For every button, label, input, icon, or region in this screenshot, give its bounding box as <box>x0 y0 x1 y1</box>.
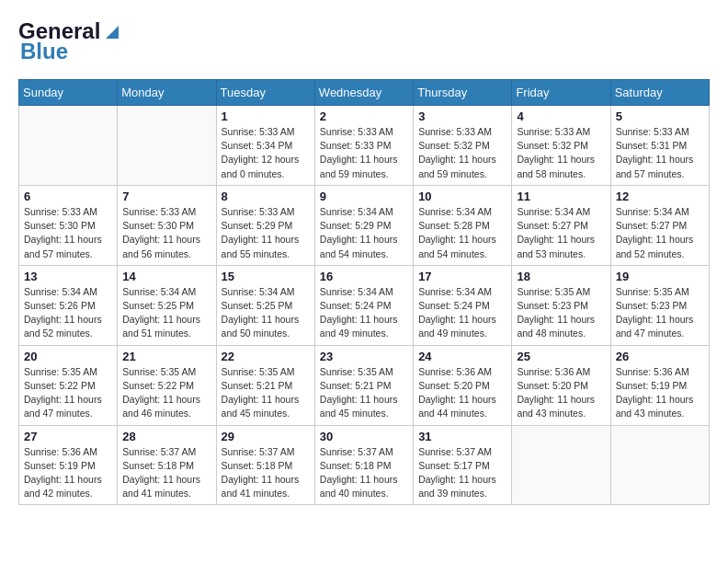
day-info: Sunrise: 5:34 AM Sunset: 5:27 PM Dayligh… <box>517 205 605 261</box>
day-info: Sunrise: 5:35 AM Sunset: 5:23 PM Dayligh… <box>616 285 704 341</box>
day-cell-30: 30Sunrise: 5:37 AM Sunset: 5:18 PM Dayli… <box>314 425 413 505</box>
day-info: Sunrise: 5:33 AM Sunset: 5:34 PM Dayligh… <box>222 125 310 181</box>
day-info: Sunrise: 5:35 AM Sunset: 5:21 PM Dayligh… <box>320 365 408 421</box>
day-cell-14: 14Sunrise: 5:34 AM Sunset: 5:25 PM Dayli… <box>118 265 216 345</box>
day-info: Sunrise: 5:35 AM Sunset: 5:21 PM Dayligh… <box>222 365 310 421</box>
day-info: Sunrise: 5:37 AM Sunset: 5:18 PM Dayligh… <box>320 445 408 501</box>
day-cell-24: 24Sunrise: 5:36 AM Sunset: 5:20 PM Dayli… <box>414 345 512 425</box>
day-info: Sunrise: 5:35 AM Sunset: 5:23 PM Dayligh… <box>517 285 605 341</box>
day-info: Sunrise: 5:34 AM Sunset: 5:27 PM Dayligh… <box>616 205 704 261</box>
empty-cell <box>19 106 118 186</box>
day-info: Sunrise: 5:34 AM Sunset: 5:29 PM Dayligh… <box>320 205 408 261</box>
day-number: 26 <box>616 350 704 363</box>
day-cell-1: 1Sunrise: 5:33 AM Sunset: 5:34 PM Daylig… <box>216 106 314 186</box>
day-cell-12: 12Sunrise: 5:34 AM Sunset: 5:27 PM Dayli… <box>610 185 709 265</box>
day-cell-9: 9Sunrise: 5:34 AM Sunset: 5:29 PM Daylig… <box>314 185 413 265</box>
day-info: Sunrise: 5:34 AM Sunset: 5:26 PM Dayligh… <box>24 285 112 341</box>
page-header: General Blue <box>18 18 710 64</box>
day-info: Sunrise: 5:34 AM Sunset: 5:28 PM Dayligh… <box>418 205 506 261</box>
day-info: Sunrise: 5:33 AM Sunset: 5:30 PM Dayligh… <box>24 205 112 261</box>
empty-cell <box>610 425 709 505</box>
day-number: 14 <box>122 270 210 283</box>
day-info: Sunrise: 5:36 AM Sunset: 5:20 PM Dayligh… <box>517 365 605 421</box>
day-number: 20 <box>24 350 112 363</box>
day-number: 5 <box>616 109 704 123</box>
day-number: 15 <box>222 270 310 283</box>
day-info: Sunrise: 5:37 AM Sunset: 5:18 PM Dayligh… <box>222 445 310 501</box>
day-cell-29: 29Sunrise: 5:37 AM Sunset: 5:18 PM Dayli… <box>216 425 314 505</box>
week-row-4: 20Sunrise: 5:35 AM Sunset: 5:22 PM Dayli… <box>19 345 710 425</box>
day-number: 25 <box>517 350 605 363</box>
day-info: Sunrise: 5:33 AM Sunset: 5:31 PM Dayligh… <box>616 125 704 181</box>
day-cell-27: 27Sunrise: 5:36 AM Sunset: 5:19 PM Dayli… <box>19 425 118 505</box>
day-cell-31: 31Sunrise: 5:37 AM Sunset: 5:17 PM Dayli… <box>414 425 512 505</box>
day-info: Sunrise: 5:35 AM Sunset: 5:22 PM Dayligh… <box>24 365 112 421</box>
day-cell-15: 15Sunrise: 5:34 AM Sunset: 5:25 PM Dayli… <box>216 265 314 345</box>
day-cell-17: 17Sunrise: 5:34 AM Sunset: 5:24 PM Dayli… <box>414 265 512 345</box>
day-info: Sunrise: 5:37 AM Sunset: 5:17 PM Dayligh… <box>418 445 506 501</box>
day-cell-7: 7Sunrise: 5:33 AM Sunset: 5:30 PM Daylig… <box>118 185 216 265</box>
day-info: Sunrise: 5:34 AM Sunset: 5:24 PM Dayligh… <box>320 285 408 341</box>
day-cell-8: 8Sunrise: 5:33 AM Sunset: 5:29 PM Daylig… <box>216 185 314 265</box>
day-cell-28: 28Sunrise: 5:37 AM Sunset: 5:18 PM Dayli… <box>118 425 216 505</box>
day-cell-21: 21Sunrise: 5:35 AM Sunset: 5:22 PM Dayli… <box>118 345 216 425</box>
weekday-header-saturday: Saturday <box>610 80 709 106</box>
day-number: 11 <box>517 190 605 203</box>
day-cell-10: 10Sunrise: 5:34 AM Sunset: 5:28 PM Dayli… <box>414 185 512 265</box>
day-cell-4: 4Sunrise: 5:33 AM Sunset: 5:32 PM Daylig… <box>512 106 610 186</box>
day-info: Sunrise: 5:36 AM Sunset: 5:20 PM Dayligh… <box>418 365 506 421</box>
day-cell-13: 13Sunrise: 5:34 AM Sunset: 5:26 PM Dayli… <box>19 265 118 345</box>
weekday-header-wednesday: Wednesday <box>314 80 413 106</box>
weekday-header-tuesday: Tuesday <box>216 80 314 106</box>
day-number: 27 <box>24 430 112 443</box>
day-info: Sunrise: 5:34 AM Sunset: 5:25 PM Dayligh… <box>222 285 310 341</box>
calendar-table: SundayMondayTuesdayWednesdayThursdayFrid… <box>18 79 710 505</box>
day-cell-11: 11Sunrise: 5:34 AM Sunset: 5:27 PM Dayli… <box>512 185 610 265</box>
day-number: 2 <box>320 109 408 123</box>
weekday-header-friday: Friday <box>512 80 610 106</box>
week-row-1: 1Sunrise: 5:33 AM Sunset: 5:34 PM Daylig… <box>19 106 710 186</box>
day-number: 16 <box>320 270 408 283</box>
day-number: 29 <box>222 430 310 443</box>
day-info: Sunrise: 5:33 AM Sunset: 5:33 PM Dayligh… <box>320 125 408 181</box>
week-row-2: 6Sunrise: 5:33 AM Sunset: 5:30 PM Daylig… <box>19 185 710 265</box>
day-cell-2: 2Sunrise: 5:33 AM Sunset: 5:33 PM Daylig… <box>314 106 413 186</box>
day-info: Sunrise: 5:36 AM Sunset: 5:19 PM Dayligh… <box>616 365 704 421</box>
day-info: Sunrise: 5:36 AM Sunset: 5:19 PM Dayligh… <box>24 445 112 501</box>
day-info: Sunrise: 5:33 AM Sunset: 5:30 PM Dayligh… <box>122 205 210 261</box>
day-cell-20: 20Sunrise: 5:35 AM Sunset: 5:22 PM Dayli… <box>19 345 118 425</box>
day-number: 19 <box>616 270 704 283</box>
day-info: Sunrise: 5:37 AM Sunset: 5:18 PM Dayligh… <box>122 445 210 501</box>
weekday-header-sunday: Sunday <box>19 80 118 106</box>
week-row-5: 27Sunrise: 5:36 AM Sunset: 5:19 PM Dayli… <box>19 425 710 505</box>
logo-blue: Blue <box>20 39 68 64</box>
day-number: 17 <box>418 270 506 283</box>
empty-cell <box>118 106 216 186</box>
day-cell-22: 22Sunrise: 5:35 AM Sunset: 5:21 PM Dayli… <box>216 345 314 425</box>
day-number: 4 <box>517 109 605 123</box>
weekday-header-thursday: Thursday <box>414 80 512 106</box>
day-info: Sunrise: 5:33 AM Sunset: 5:32 PM Dayligh… <box>418 125 506 181</box>
day-number: 18 <box>517 270 605 283</box>
day-cell-5: 5Sunrise: 5:33 AM Sunset: 5:31 PM Daylig… <box>610 106 709 186</box>
logo: General Blue <box>18 18 122 64</box>
day-number: 13 <box>24 270 112 283</box>
calendar-header-row: SundayMondayTuesdayWednesdayThursdayFrid… <box>19 80 710 106</box>
day-number: 10 <box>418 190 506 203</box>
day-info: Sunrise: 5:34 AM Sunset: 5:24 PM Dayligh… <box>418 285 506 341</box>
day-info: Sunrise: 5:35 AM Sunset: 5:22 PM Dayligh… <box>122 365 210 421</box>
day-number: 28 <box>122 430 210 443</box>
day-cell-25: 25Sunrise: 5:36 AM Sunset: 5:20 PM Dayli… <box>512 345 610 425</box>
week-row-3: 13Sunrise: 5:34 AM Sunset: 5:26 PM Dayli… <box>19 265 710 345</box>
day-number: 21 <box>122 350 210 363</box>
empty-cell <box>512 425 610 505</box>
day-number: 9 <box>320 190 408 203</box>
day-number: 24 <box>418 350 506 363</box>
day-number: 3 <box>418 109 506 123</box>
weekday-header-monday: Monday <box>118 80 216 106</box>
logo-triangle-icon <box>102 20 122 40</box>
day-number: 1 <box>222 109 310 123</box>
day-number: 7 <box>122 190 210 203</box>
day-info: Sunrise: 5:34 AM Sunset: 5:25 PM Dayligh… <box>122 285 210 341</box>
day-number: 31 <box>418 430 506 443</box>
